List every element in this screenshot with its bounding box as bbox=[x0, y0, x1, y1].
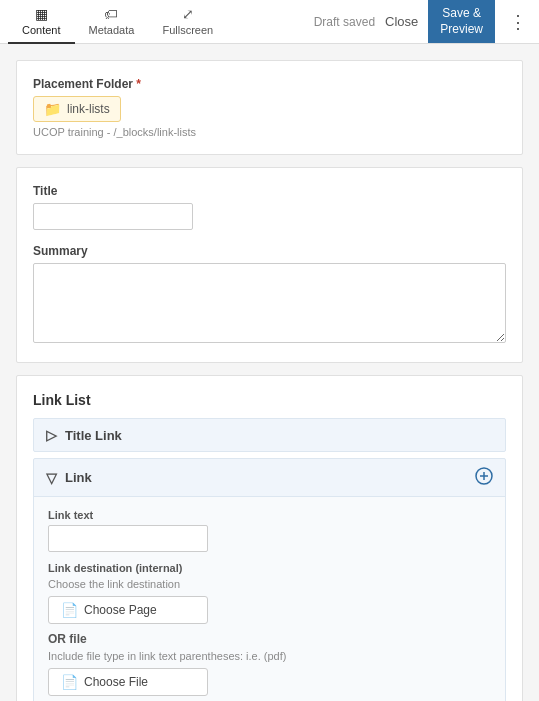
title-link-header[interactable]: ▷ Title Link bbox=[34, 419, 505, 451]
add-link-button[interactable] bbox=[475, 467, 493, 488]
or-file-hint: Include file type in link text parenthes… bbox=[48, 650, 491, 662]
title-link-label: Title Link bbox=[65, 428, 122, 443]
link-arrow-icon: ▽ bbox=[46, 470, 57, 486]
file-icon: 📄 bbox=[61, 674, 78, 690]
tab-fullscreen[interactable]: ⤢ Fullscreen bbox=[148, 0, 227, 44]
tab-metadata[interactable]: 🏷 Metadata bbox=[75, 0, 149, 44]
link-text-input[interactable] bbox=[48, 525, 208, 552]
folder-icon: 📁 bbox=[44, 101, 61, 117]
link-destination-label: Link destination (internal) bbox=[48, 562, 491, 574]
main-content: Placement Folder * 📁 link-lists UCOP tra… bbox=[0, 44, 539, 701]
top-bar-right: Draft saved Close Save &Preview ⋮ bbox=[314, 0, 531, 43]
folder-name: link-lists bbox=[67, 102, 110, 116]
choose-page-label: Choose Page bbox=[84, 603, 157, 617]
required-indicator: * bbox=[133, 77, 141, 91]
title-label: Title bbox=[33, 184, 506, 198]
link-header-left: ▽ Link bbox=[46, 470, 92, 486]
folder-tag[interactable]: 📁 link-lists bbox=[33, 96, 121, 122]
summary-label: Summary bbox=[33, 244, 506, 258]
title-link-accordion: ▷ Title Link bbox=[33, 418, 506, 452]
save-preview-button[interactable]: Save &Preview bbox=[428, 0, 495, 43]
tab-content-label: Content bbox=[22, 24, 61, 36]
top-bar: ▦ Content 🏷 Metadata ⤢ Fullscreen Draft … bbox=[0, 0, 539, 44]
folder-path: UCOP training - /_blocks/link-lists bbox=[33, 126, 506, 138]
title-link-arrow-icon: ▷ bbox=[46, 427, 57, 443]
more-options-button[interactable]: ⋮ bbox=[505, 11, 531, 33]
link-header[interactable]: ▽ Link bbox=[34, 459, 505, 496]
tab-fullscreen-label: Fullscreen bbox=[162, 24, 213, 36]
link-list-card: Link List ▷ Title Link ▽ Link bbox=[16, 375, 523, 701]
tab-content[interactable]: ▦ Content bbox=[8, 0, 75, 44]
link-destination-hint: Choose the link destination bbox=[48, 578, 491, 590]
link-body: Link text Link destination (internal) Ch… bbox=[34, 496, 505, 701]
metadata-icon: 🏷 bbox=[104, 6, 118, 22]
choose-file-button[interactable]: 📄 Choose File bbox=[48, 668, 208, 696]
or-file-label: OR file bbox=[48, 632, 491, 646]
top-tabs: ▦ Content 🏷 Metadata ⤢ Fullscreen bbox=[8, 0, 314, 44]
link-text-label: Link text bbox=[48, 509, 491, 521]
choose-file-label: Choose File bbox=[84, 675, 148, 689]
add-circle-icon bbox=[475, 467, 493, 485]
link-list-title: Link List bbox=[33, 392, 506, 408]
link-accordion: ▽ Link Link text Link destination (inter… bbox=[33, 458, 506, 701]
title-summary-card: Title Summary bbox=[16, 167, 523, 363]
close-button[interactable]: Close bbox=[385, 14, 418, 29]
title-input[interactable] bbox=[33, 203, 193, 230]
content-icon: ▦ bbox=[35, 6, 48, 22]
page-icon: 📄 bbox=[61, 602, 78, 618]
placement-folder-card: Placement Folder * 📁 link-lists UCOP tra… bbox=[16, 60, 523, 155]
placement-label: Placement Folder * bbox=[33, 77, 506, 91]
draft-saved-text: Draft saved bbox=[314, 15, 375, 29]
summary-textarea[interactable] bbox=[33, 263, 506, 343]
fullscreen-icon: ⤢ bbox=[182, 6, 194, 22]
tab-metadata-label: Metadata bbox=[89, 24, 135, 36]
link-label: Link bbox=[65, 470, 92, 485]
choose-page-button[interactable]: 📄 Choose Page bbox=[48, 596, 208, 624]
